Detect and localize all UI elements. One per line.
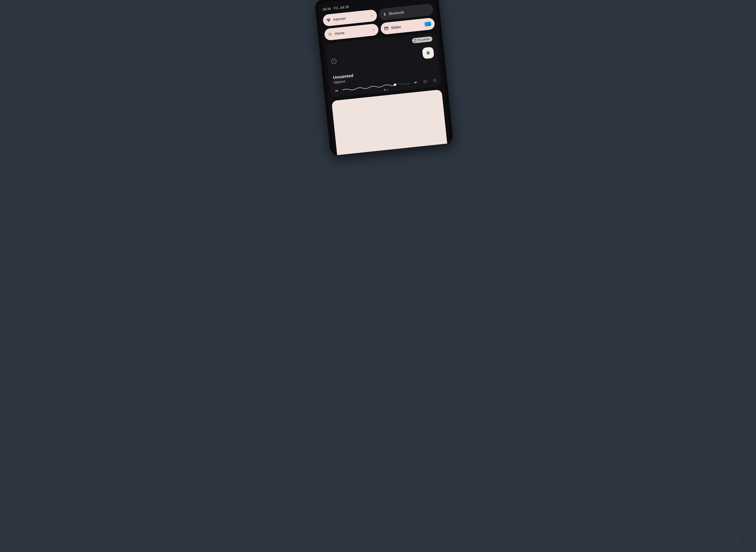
svg-rect-4	[427, 51, 428, 54]
tile-bluetooth-label: Bluetooth	[389, 10, 404, 16]
tile-internet[interactable]: Internet	[322, 9, 377, 27]
wallet-icon	[384, 26, 388, 30]
svg-rect-0	[384, 27, 388, 30]
phone-icon	[414, 39, 416, 42]
camera-notch	[375, 0, 378, 1]
tile-wallet-label: Wallet	[391, 25, 401, 30]
tile-home-label: Home	[335, 31, 345, 36]
pager-dot	[386, 89, 388, 90]
shuffle-button[interactable]	[432, 79, 437, 83]
tile-internet-label: Internet	[333, 16, 346, 22]
chevron-right-icon	[372, 28, 375, 31]
screen: 16:34 Fri, Jul 29 Internet Bluetooth	[318, 0, 450, 156]
previous-track-button[interactable]	[334, 89, 339, 93]
media-player-card[interactable]: This phone Unsainted Slipknot	[325, 32, 441, 98]
bluetooth-icon	[383, 12, 386, 16]
repeat-button[interactable]	[423, 80, 427, 84]
tile-bluetooth[interactable]: Bluetooth	[379, 3, 434, 21]
clock-text: 16:34	[322, 7, 331, 11]
svg-rect-5	[428, 51, 429, 54]
phone-frame: 16:34 Fri, Jul 29 Internet Bluetooth	[314, 0, 454, 156]
media-app-icon	[331, 58, 337, 64]
chevron-right-icon	[370, 14, 373, 17]
home-icon	[328, 32, 332, 36]
wifi-icon	[327, 18, 331, 22]
next-track-button[interactable]	[414, 80, 418, 85]
pause-button[interactable]	[422, 47, 434, 59]
watermark-logo	[730, 529, 754, 550]
wallet-card-thumbnail	[424, 22, 431, 26]
date-text: Fri, Jul 29	[334, 5, 349, 10]
progress-slider[interactable]	[342, 81, 410, 92]
svg-rect-1	[384, 27, 388, 28]
tile-wallet[interactable]: Wallet	[380, 17, 435, 35]
pager-dot-active	[384, 89, 385, 91]
tile-home[interactable]: Home	[324, 23, 379, 41]
media-pager-dots	[384, 89, 388, 91]
svg-point-3	[415, 41, 415, 42]
output-device-label: This phone	[417, 37, 430, 42]
notification-card[interactable]	[332, 90, 447, 155]
